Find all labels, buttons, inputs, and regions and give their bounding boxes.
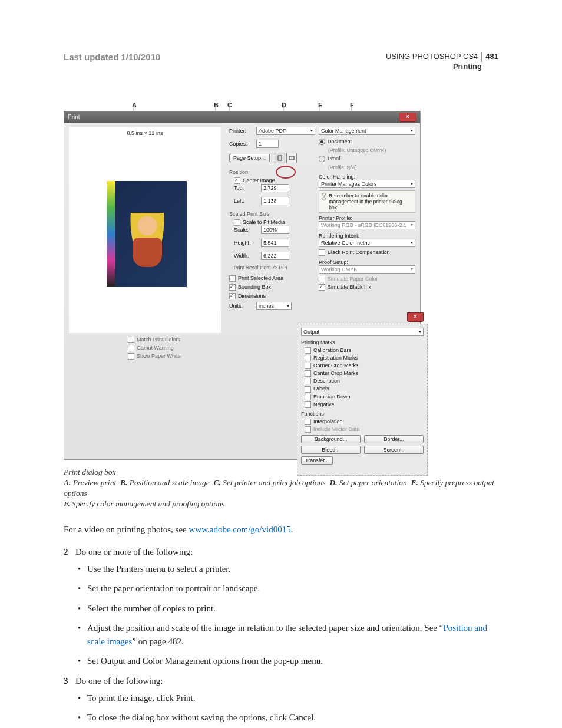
proof-profile: (Profile: N/A): [328, 164, 415, 170]
bullet-output-cm: Set Output and Color Management options …: [75, 654, 498, 668]
output-close-icon[interactable]: ✕: [407, 312, 424, 322]
marker-b: B: [214, 101, 219, 108]
corner-crop-checkbox[interactable]: Corner Crop Marks: [305, 363, 424, 369]
scaled-size-label: Scaled Print Size: [229, 211, 315, 217]
description-checkbox[interactable]: Description: [305, 378, 424, 384]
vector-checkbox[interactable]: Include Vector Data: [305, 426, 424, 433]
printer-label: Printer:: [229, 128, 254, 134]
marker-a: A: [132, 101, 137, 108]
background-button[interactable]: Background...: [301, 435, 361, 443]
center-image-checkbox[interactable]: Center Image: [234, 177, 315, 184]
bpc-checkbox[interactable]: Black Point Compensation: [319, 249, 415, 256]
bounding-box-checkbox[interactable]: Bounding Box: [229, 284, 315, 291]
last-updated: Last updated 1/10/2010: [64, 52, 160, 62]
copies-input[interactable]: 1: [256, 140, 279, 148]
paper-dimensions: 8.5 ins × 11 ins: [69, 130, 221, 136]
page-number: 481: [481, 52, 498, 62]
print-settings-column: Printer: Adobe PDF Copies: 1 Page Setup.…: [229, 127, 315, 315]
output-panel: ✕ Output Printing Marks Calibration Bars…: [297, 324, 428, 476]
units-dropdown[interactable]: inches: [256, 302, 292, 310]
panel-mode-dropdown[interactable]: Color Management: [319, 127, 415, 135]
emulsion-checkbox[interactable]: Emulsion Down: [305, 394, 424, 400]
bullet-position-scale: Adjust the position and scale of the ima…: [75, 621, 498, 649]
marker-d: D: [282, 101, 286, 108]
top-input[interactable]: 2.729: [261, 184, 289, 192]
video-paragraph: For a video on printing photos, see www.…: [64, 523, 498, 536]
rendering-intent-dropdown[interactable]: Relative Colorimetric: [319, 239, 415, 247]
proof-setup-dropdown[interactable]: Working CMYK: [319, 265, 415, 274]
height-input[interactable]: 5.541: [261, 239, 289, 247]
window-title: Print: [68, 114, 80, 120]
print-resolution: Print Resolution: 72 PPI: [234, 265, 315, 271]
labels-checkbox[interactable]: Labels: [305, 386, 424, 392]
position-section-label: Position: [229, 169, 315, 175]
bleed-button[interactable]: Bleed...: [301, 446, 361, 454]
simulate-paper-checkbox[interactable]: Simulate Paper Color: [319, 276, 415, 282]
copies-label: Copies:: [229, 141, 254, 147]
gamut-warning-checkbox[interactable]: Gamut Warning: [128, 345, 181, 351]
screen-button[interactable]: Screen...: [364, 446, 424, 454]
printer-profile-label: Printer Profile:: [319, 215, 415, 221]
border-button[interactable]: Border...: [364, 435, 424, 443]
svg-rect-6: [278, 156, 282, 160]
match-print-colors-checkbox[interactable]: Match Print Colors: [128, 337, 181, 343]
marker-f: F: [350, 101, 354, 108]
figure: A B C D E F Print ✕: [64, 101, 498, 510]
proof-radio[interactable]: Proof: [319, 156, 415, 162]
step-2: 2Do one or more of the following: Use th…: [64, 545, 498, 668]
marker-c: C: [227, 101, 232, 108]
print-dialog-screenshot: Print ✕ 8.5 ins × 11 ins Match Print Col…: [64, 111, 421, 460]
bullet-orientation: Set the paper orientation to portrait or…: [75, 582, 498, 595]
orientation-buttons: [275, 153, 297, 163]
simulate-black-checkbox[interactable]: Simulate Black Ink: [319, 284, 415, 291]
video-link[interactable]: www.adobe.com/go/vid0015: [189, 525, 290, 534]
marker-e: E: [318, 101, 322, 108]
scale-to-fit-checkbox[interactable]: Scale to Fit Media: [234, 219, 315, 226]
rendering-intent-label: Rendering Intent:: [319, 233, 415, 239]
bullet-copies: Select the number of copies to print.: [75, 602, 498, 615]
color-management-column: Color Management Document (Profile: Unta…: [319, 127, 415, 291]
caption-title: Print dialog box: [64, 467, 116, 476]
dialog-titlebar: Print ✕: [64, 111, 420, 123]
show-paper-white-checkbox[interactable]: Show Paper White: [128, 353, 181, 360]
proof-setup-label: Proof Setup:: [319, 259, 415, 265]
marker-row: A B C D E F: [64, 101, 498, 111]
printing-marks-label: Printing Marks: [301, 340, 424, 345]
printer-dropdown[interactable]: Adobe PDF: [256, 127, 315, 135]
bullet-printers: Use the Printers menu to select a printe…: [75, 562, 498, 576]
scale-input[interactable]: 100%: [261, 226, 289, 234]
portrait-button[interactable]: [275, 153, 285, 163]
bullet-cancel: To close the dialog box without saving t…: [75, 711, 498, 724]
output-mode-dropdown[interactable]: Output: [301, 328, 424, 336]
registration-marks-checkbox[interactable]: Registration Marks: [305, 355, 424, 361]
page-header: Last updated 1/10/2010 USING PHOTOSHOP C…: [64, 52, 498, 72]
printer-profile-dropdown[interactable]: Working RGB - sRGB IEC61966-2.1: [319, 221, 415, 229]
preview-image: [107, 181, 187, 287]
center-crop-checkbox[interactable]: Center Crop Marks: [305, 370, 424, 377]
document-radio[interactable]: Document: [319, 139, 415, 145]
interpolation-checkbox[interactable]: Interpolation: [305, 419, 424, 425]
color-handling-label: Color Handling:: [319, 174, 415, 180]
doc-title: USING PHOTOSHOP CS4: [386, 52, 478, 62]
document-profile: (Profile: Untagged CMYK): [328, 147, 415, 153]
header-right: USING PHOTOSHOP CS4 481 Printing: [386, 52, 498, 72]
print-selected-checkbox[interactable]: Print Selected Area: [229, 275, 315, 282]
transfer-button[interactable]: Transfer...: [301, 456, 333, 465]
color-hint: i Remember to enable color management in…: [319, 190, 415, 213]
print-preview-area: 8.5 ins × 11 ins: [69, 127, 221, 333]
step-3: 3Do one of the following: To print the i…: [64, 674, 498, 725]
bullet-print: To print the image, click Print.: [75, 691, 498, 705]
preview-display-options: Match Print Colors Gamut Warning Show Pa…: [128, 337, 181, 361]
info-icon: i: [322, 193, 326, 200]
color-handling-dropdown[interactable]: Printer Manages Colors: [319, 180, 415, 188]
negative-checkbox[interactable]: Negative: [305, 401, 424, 408]
dimensions-checkbox[interactable]: Dimensions: [229, 293, 315, 299]
page-setup-button[interactable]: Page Setup...: [229, 154, 270, 162]
body-text: For a video on printing photos, see www.…: [64, 523, 498, 725]
left-input[interactable]: 1.138: [261, 197, 289, 205]
landscape-button[interactable]: [286, 153, 297, 163]
calibration-bars-checkbox[interactable]: Calibration Bars: [305, 347, 424, 354]
close-icon[interactable]: ✕: [399, 113, 416, 122]
svg-rect-7: [289, 156, 294, 160]
width-input[interactable]: 6.222: [261, 252, 289, 260]
